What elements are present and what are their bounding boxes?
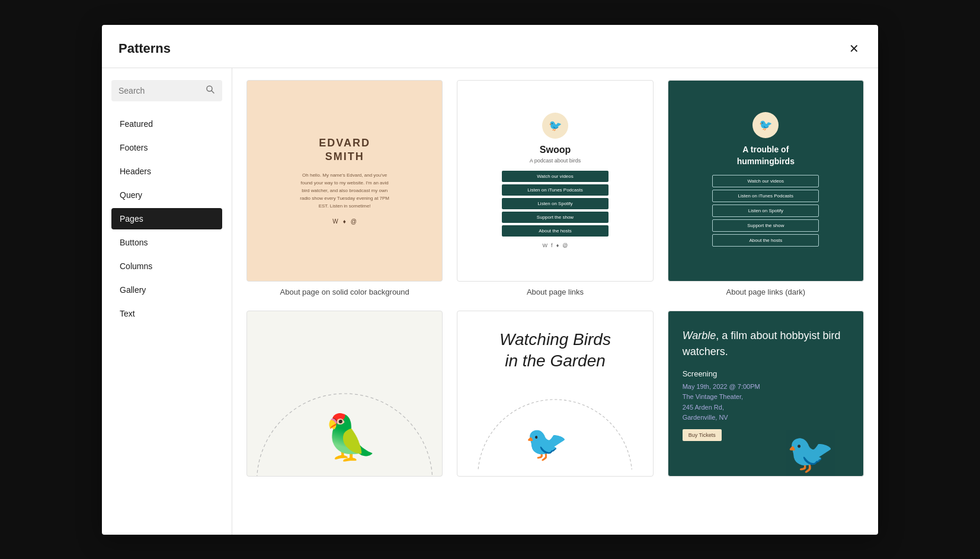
watching-title: Watching Birdsin the Garden (499, 329, 611, 372)
buy-tickets-button[interactable]: Buy Tickets (683, 429, 722, 441)
main-content: EDVARDSMITH Oh hello. My name's Edvard, … (232, 68, 878, 535)
pattern-label-about-solid: About page on solid color background (246, 288, 443, 296)
btn-watch-videos: Watch our videos (502, 171, 609, 182)
screening-label: Screening (683, 369, 718, 378)
bird-avatar-dark: 🐦 (752, 112, 779, 138)
preview-content-dark: 🐦 A trouble ofhummingbirds Watch our vid… (712, 112, 819, 248)
wp-icon: W (332, 218, 338, 225)
facebook-icon: f (551, 242, 553, 248)
warble-title: Warble, a film about hobbyist bird watch… (683, 328, 849, 360)
sidebar-item-columns[interactable]: Columns (111, 255, 222, 277)
btn-itunes: Listen on iTunes Podcasts (502, 184, 609, 196)
btn-support: Support the show (502, 212, 609, 223)
pattern-card-about-solid: EDVARDSMITH Oh hello. My name's Edvard, … (246, 80, 443, 296)
btn-support-dark: Support the show (712, 219, 819, 232)
screening-info: May 19th, 2022 @ 7:00PM The Vintage Thea… (683, 382, 760, 423)
twitter-icon: ♦ (343, 218, 346, 225)
pattern-preview-warble[interactable]: Warble, a film about hobbyist bird watch… (668, 311, 864, 477)
pattern-card-about-links: 🐦 Swoop A podcast about birds Watch our … (457, 80, 653, 296)
pattern-card-bird1: 🦜 (246, 311, 443, 483)
pattern-label-about-links: About page links (457, 288, 653, 296)
sidebar-item-buttons[interactable]: Buttons (111, 232, 222, 253)
twitter-icon: ♦ (556, 242, 559, 248)
pattern-card-about-dark: 🐦 A trouble ofhummingbirds Watch our vid… (668, 80, 864, 296)
btn-about-hosts-dark: About the hosts (712, 234, 819, 247)
pattern-label-about-dark: About page links (dark) (668, 288, 864, 296)
close-button[interactable]: ✕ (847, 39, 861, 58)
patterns-grid: EDVARDSMITH Oh hello. My name's Edvard, … (246, 80, 864, 483)
sidebar-item-pages[interactable]: Pages (111, 208, 222, 229)
dark-title: A trouble ofhummingbirds (712, 144, 819, 167)
watching-svg: 🐦 (469, 381, 640, 469)
modal-title: Patterns (119, 41, 171, 56)
btn-spotify-dark: Listen on Spotify (712, 205, 819, 217)
pattern-preview-about-dark[interactable]: 🐦 A trouble ofhummingbirds Watch our vid… (668, 80, 864, 282)
instagram-icon: @ (562, 242, 568, 248)
pattern-preview-about-solid[interactable]: EDVARDSMITH Oh hello. My name's Edvard, … (246, 80, 443, 282)
btn-spotify: Listen on Spotify (502, 198, 609, 209)
sidebar: Featured Footers Headers Query Pages But… (102, 68, 232, 535)
search-icon (206, 85, 215, 97)
preview-name: EDVARDSMITH (297, 136, 392, 164)
modal-body: Featured Footers Headers Query Pages But… (102, 68, 878, 535)
bird1-emoji: 🦜 (323, 411, 378, 463)
bird1-svg: 🦜 (247, 311, 442, 476)
swoop-subtitle: A podcast about birds (502, 158, 609, 164)
search-input[interactable] (119, 86, 201, 95)
pattern-preview-watching[interactable]: Watching Birdsin the Garden 🐦 (457, 311, 653, 477)
btn-itunes-dark: Listen on iTunes Podcasts (712, 190, 819, 202)
sidebar-item-query[interactable]: Query (111, 184, 222, 206)
pattern-card-watching: Watching Birdsin the Garden 🐦 (457, 311, 653, 483)
preview-content-links: 🐦 Swoop A podcast about birds Watch our … (502, 113, 609, 248)
svg-line-1 (212, 91, 214, 93)
search-box[interactable] (111, 80, 222, 101)
preview-content-peach: EDVARDSMITH Oh hello. My name's Edvard, … (297, 136, 392, 225)
pattern-preview-about-links[interactable]: 🐦 Swoop A podcast about birds Watch our … (457, 80, 653, 282)
preview-desc: Oh hello. My name's Edvard, and you've f… (297, 172, 392, 210)
sidebar-item-headers[interactable]: Headers (111, 161, 222, 182)
sidebar-item-footers[interactable]: Footers (111, 137, 222, 158)
swoop-title: Swoop (502, 145, 609, 155)
watching-bird-emoji: 🐦 (525, 423, 568, 464)
patterns-modal: Patterns ✕ Featured (102, 25, 878, 535)
preview-social-icons: W ♦ @ (297, 218, 392, 225)
social-icons-links: W f ♦ @ (502, 242, 609, 248)
warble-bird-svg: 🐦 (780, 414, 863, 474)
sidebar-item-featured[interactable]: Featured (111, 113, 222, 135)
sidebar-item-gallery[interactable]: Gallery (111, 279, 222, 301)
sidebar-item-text[interactable]: Text (111, 303, 222, 324)
modal-header: Patterns ✕ (102, 25, 878, 68)
pattern-card-warble: Warble, a film about hobbyist bird watch… (668, 311, 864, 483)
btn-about-hosts: About the hosts (502, 225, 609, 237)
instagram-icon: @ (351, 218, 357, 225)
warble-bird-emoji: 🐦 (786, 430, 835, 474)
warble-bird-illustration: 🐦 (780, 414, 863, 476)
pattern-preview-bird1[interactable]: 🦜 (246, 311, 443, 477)
wp-icon: W (543, 242, 548, 248)
btn-watch-videos-dark: Watch our videos (712, 175, 819, 187)
bird-avatar: 🐦 (542, 113, 568, 139)
